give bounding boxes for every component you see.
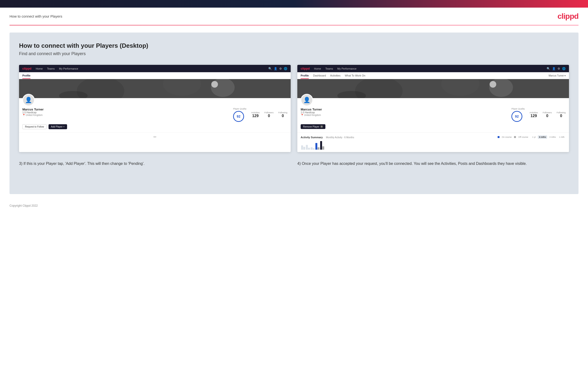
left-player-location: 📍 United Kingdom (22, 114, 43, 117)
right-golf-banner (297, 79, 569, 98)
right-tab-username: Marcus Turner (549, 74, 564, 77)
chart-bar (318, 147, 320, 150)
left-stat-following: Following 0 (278, 111, 287, 118)
off-course-legend-dot (514, 136, 516, 138)
right-tab-activities[interactable]: Activities (330, 72, 340, 79)
left-pq-block: Player Quality 92 (233, 108, 246, 122)
description-right-text: 4) Once your Player has accepted your re… (297, 161, 527, 166)
chart-bar-group-2 (306, 145, 310, 150)
right-activity-legend: On course Off course (498, 136, 528, 138)
time-filter-1yr[interactable]: 1 yr (531, 135, 537, 139)
globe-icon[interactable]: 🌐 (284, 67, 287, 70)
main-subheading: Find and connect with your Players (19, 51, 569, 56)
right-pq-label: Player Quality (511, 108, 525, 110)
right-activity-title-group: Activity Summary Monthly Activity · 6 Mo… (301, 135, 354, 139)
left-avatar-icon: 👤 (25, 97, 32, 103)
right-activity-header: Activity Summary Monthly Activity · 6 Mo… (301, 135, 566, 139)
right-stats-row: Player Quality 92 Activities 129 Followe… (511, 108, 566, 122)
left-pq-label: Player Quality (233, 108, 246, 110)
right-nav-logo: clippd (301, 67, 310, 70)
right-avatar-icon: 👤 (303, 97, 311, 103)
left-player-handicap: 1-5 Handicap (22, 111, 43, 114)
time-filter-3mths[interactable]: 3 mths (548, 135, 557, 139)
right-stat-following: Following 0 (557, 111, 566, 118)
left-app-nav: clippd Home Teams My Performance 🔍 👤 ⚙ 🌐 (19, 65, 291, 72)
golf-banner-svg (19, 79, 291, 98)
pen-icon: ✏ (153, 135, 156, 139)
left-action-buttons: Request to Follow Add Player + (22, 124, 287, 129)
chart-bar (315, 143, 317, 150)
right-profile-info: Marcus Turner 1-5 Handicap 📍 United King… (301, 108, 566, 122)
chart-bar (306, 145, 308, 150)
right-tab-profile[interactable]: Profile (301, 72, 309, 79)
right-pq-value: 92 (515, 115, 519, 118)
user-icon[interactable]: 👤 (274, 67, 277, 70)
clippd-logo: clippd (558, 12, 579, 21)
chevron-down-icon: ▾ (564, 74, 566, 77)
chart-bar (320, 141, 322, 150)
chart-bar-group-3 (311, 147, 315, 150)
right-tab-user-dropdown[interactable]: Marcus Turner ▾ (549, 72, 566, 79)
remove-x-icon: ✕ (320, 125, 323, 128)
right-player-handicap: 1-5 Handicap (301, 111, 322, 114)
right-time-filters: 1 yr 6 mths 3 mths 1 mth (531, 135, 566, 139)
left-nav-logo: clippd (22, 67, 31, 70)
header: How to connect with your Players clippd (0, 8, 588, 25)
descriptions-grid: 3) If this is your Player tap, 'Add Play… (19, 161, 569, 167)
left-screenshot-footer: ✏ (19, 133, 291, 141)
right-globe-icon[interactable]: 🌐 (562, 67, 566, 70)
chart-bar (301, 145, 303, 150)
chart-bar (311, 147, 312, 150)
right-tab-dashboard[interactable]: Dashboard (313, 72, 326, 79)
left-profile-area: 👤 Marcus Turner 1-5 Handicap 📍 United Ki… (19, 98, 291, 133)
chart-bar (322, 146, 324, 150)
left-player-name: Marcus Turner (22, 108, 43, 111)
right-avatar: 👤 (301, 94, 313, 106)
right-pq-block: Player Quality 92 (511, 108, 525, 122)
right-tab-what-to-work-on[interactable]: What To Work On (345, 72, 365, 79)
left-tabs: Profile (19, 72, 291, 79)
copyright-text: Copyright Clippd 2022 (9, 204, 38, 207)
breadcrumb: How to connect with your Players (9, 14, 62, 18)
remove-player-button[interactable]: Remove Player ✕ (301, 124, 325, 129)
right-chart-area (301, 141, 566, 150)
left-nav-home[interactable]: Home (36, 67, 43, 70)
left-nav-teams[interactable]: Teams (47, 67, 55, 70)
off-course-legend-label: Off course (518, 136, 528, 138)
left-tab-profile[interactable]: Profile (22, 72, 30, 79)
left-nav-performance[interactable]: My Performance (59, 67, 78, 70)
right-player-location: 📍 United Kingdom (301, 114, 322, 117)
time-filter-6mths[interactable]: 6 mths (538, 135, 547, 139)
right-stat-followers: Followers 0 (543, 111, 552, 118)
right-remove-area: Remove Player ✕ (301, 124, 566, 129)
screenshots-grid: clippd Home Teams My Performance 🔍 👤 ⚙ 🌐… (19, 65, 569, 152)
on-course-legend-dot (498, 136, 500, 138)
left-stats-row: Player Quality 92 Activities 129 Followe… (233, 108, 287, 122)
left-stat-activities: Activities 129 (251, 111, 260, 118)
add-player-button[interactable]: Add Player + (49, 124, 67, 129)
time-filter-1mth[interactable]: 1 mth (558, 135, 566, 139)
right-activity-subtitle: Monthly Activity · 6 Months (326, 136, 354, 139)
left-stat-followers: Followers 0 (264, 111, 274, 118)
left-pq-circle: 92 (233, 111, 244, 122)
right-search-icon[interactable]: 🔍 (547, 67, 550, 70)
right-activity-controls: On course Off course 1 yr 6 mths 3 mths … (498, 135, 566, 139)
screenshot-left: clippd Home Teams My Performance 🔍 👤 ⚙ 🌐… (19, 65, 291, 152)
on-course-legend-label: On course (502, 136, 512, 138)
chart-bar (303, 147, 305, 150)
description-left: 3) If this is your Player tap, 'Add Play… (19, 161, 291, 167)
left-nav-left: clippd Home Teams My Performance (22, 67, 78, 70)
right-nav-home[interactable]: Home (314, 67, 321, 70)
right-nav-teams[interactable]: Teams (325, 67, 333, 70)
search-icon[interactable]: 🔍 (268, 67, 272, 70)
right-settings-icon[interactable]: ⚙ (558, 67, 560, 70)
right-user-icon[interactable]: 👤 (552, 67, 556, 70)
settings-icon[interactable]: ⚙ (279, 67, 282, 70)
right-activity-section: Activity Summary Monthly Activity · 6 Mo… (297, 132, 569, 152)
request-follow-button[interactable]: Request to Follow (22, 124, 47, 129)
screenshot-right: clippd Home Teams My Performance 🔍 👤 ⚙ 🌐… (297, 65, 569, 152)
right-nav-performance[interactable]: My Performance (337, 67, 356, 70)
location-pin-icon: 📍 (22, 114, 25, 117)
chart-bar (313, 148, 315, 150)
left-profile-text: Marcus Turner 1-5 Handicap 📍 United King… (22, 108, 43, 117)
